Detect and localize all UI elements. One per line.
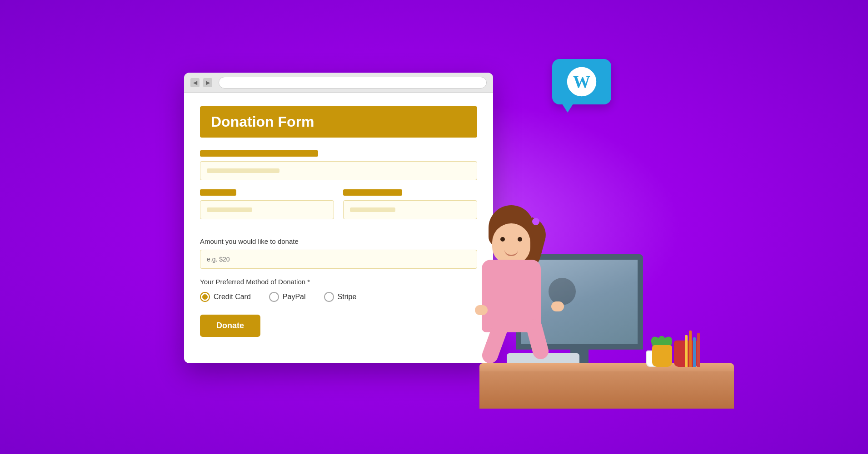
stripe-label: Stripe: [338, 293, 357, 301]
amount-input[interactable]: [200, 250, 477, 269]
desk: [479, 363, 734, 409]
wordpress-bubble-bg: W: [552, 59, 611, 104]
field-group-firstname: [200, 189, 334, 219]
browser-toolbar: ◀ ▶: [184, 73, 493, 93]
body: [482, 260, 541, 332]
browser-content: Donation Form: [184, 93, 493, 363]
field-label-bar-firstname: [200, 189, 236, 196]
arm-right: [524, 317, 550, 361]
wordpress-bubble: W: [552, 59, 616, 114]
two-col-fields: [200, 189, 477, 228]
hand-right: [551, 301, 564, 311]
pencil-blue: [693, 337, 696, 367]
form-title: Donation Form: [200, 106, 477, 138]
donate-button[interactable]: Donate: [200, 315, 260, 337]
payment-options: Credit Card PayPal Stripe: [200, 292, 477, 302]
field-group-fullname: [200, 150, 477, 180]
eye-right: [518, 237, 522, 242]
hand-left: [475, 305, 488, 315]
placeholder-bar-lastname: [350, 207, 395, 212]
placeholder-bar-firstname: [207, 207, 252, 212]
main-scene: ◀ ▶ Donation Form: [161, 45, 707, 409]
nav-back-button[interactable]: ◀: [190, 78, 200, 87]
paypal-label: PayPal: [283, 293, 306, 301]
browser-window: ◀ ▶ Donation Form: [184, 73, 493, 363]
pencils: [685, 331, 700, 367]
smile: [504, 250, 518, 256]
payment-label: Your Preferred Method of Donation *: [200, 278, 477, 286]
address-bar: [219, 77, 487, 89]
field-input-fullname[interactable]: [200, 161, 477, 180]
field-input-lastname[interactable]: [343, 200, 477, 219]
nav-forward-button[interactable]: ▶: [203, 78, 212, 87]
pencil-red: [697, 333, 700, 367]
field-input-firstname[interactable]: [200, 200, 334, 219]
field-label-bar-lastname: [343, 189, 402, 196]
person: [461, 205, 561, 369]
pencil-yellow: [685, 335, 688, 367]
hair-tie: [532, 218, 539, 225]
wordpress-logo-icon: W: [566, 66, 598, 98]
pencil-orange: [689, 331, 692, 367]
payment-option-stripe[interactable]: Stripe: [324, 292, 357, 302]
radio-paypal-icon: [269, 292, 279, 302]
radio-credit-card-icon: [200, 292, 210, 302]
payment-option-credit-card[interactable]: Credit Card: [200, 292, 251, 302]
arm-left: [480, 317, 510, 365]
amount-label: Amount you would like to donate: [200, 237, 477, 245]
credit-card-label: Credit Card: [214, 293, 251, 301]
field-label-bar-fullname: [200, 150, 318, 157]
placeholder-bar-fullname: [207, 168, 279, 173]
svg-text:W: W: [573, 72, 590, 91]
field-group-lastname: [343, 189, 477, 219]
radio-stripe-icon: [324, 292, 334, 302]
payment-option-paypal[interactable]: PayPal: [269, 292, 306, 302]
eye-left: [500, 237, 505, 242]
field-group-amount: Amount you would like to donate: [200, 237, 477, 269]
mug-yellow: [652, 345, 672, 367]
payment-section: Your Preferred Method of Donation * Cred…: [200, 278, 477, 302]
face: [492, 223, 530, 264]
